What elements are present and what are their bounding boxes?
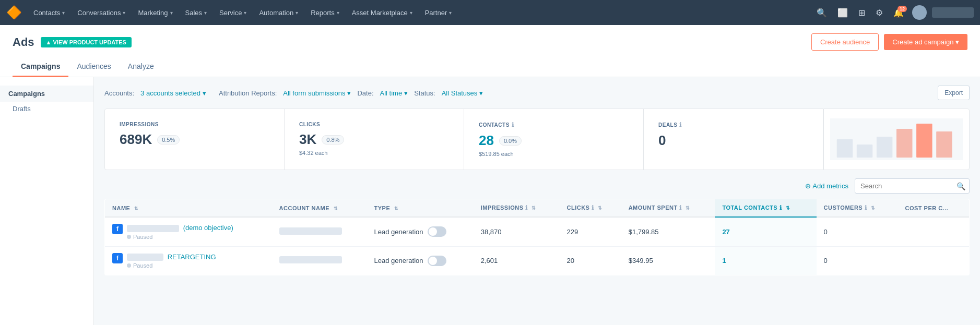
nav-item-asset-marketplace[interactable]: Asset Marketplace ▾ (346, 0, 419, 25)
date-dropdown[interactable]: All time ▾ (380, 89, 408, 97)
stats-row: IMPRESSIONS 689K 0.5% CLICKS 3K 0.8% (104, 109, 970, 170)
row2-toggle-knob (429, 257, 437, 265)
product-updates-button[interactable]: ▲ VIEW PRODUCT UPDATES (41, 37, 132, 47)
row1-impressions: 38,870 (474, 217, 560, 246)
nav-item-service[interactable]: Service ▾ (213, 0, 253, 25)
impressions-info-icon: ℹ (525, 204, 528, 211)
tabs: Campaigns Audiences Analyze (13, 57, 967, 77)
row2-account-blurred (279, 256, 342, 263)
row2-amount-spent: $349.95 (621, 246, 715, 275)
nav-item-marketing[interactable]: Marketing ▾ (132, 0, 179, 25)
nav-item-sales[interactable]: Sales ▾ (179, 0, 214, 25)
row1-fb-icon: f (112, 224, 123, 234)
row1-amount-spent: $1,799.85 (621, 217, 715, 246)
stat-contacts: CONTACTS ℹ 28 0.0% $519.85 each (464, 109, 644, 170)
settings-button[interactable]: ⚙ (871, 5, 887, 21)
content-area: Accounts: 3 accounts selected ▾ Attribut… (94, 77, 980, 325)
automation-chevron: ▾ (296, 10, 298, 16)
hubspot-logo[interactable]: 🔶 (6, 5, 22, 20)
notification-badge: 12 (898, 6, 907, 12)
tab-audiences[interactable]: Audiences (68, 57, 119, 77)
row2-cost-per-c (898, 246, 969, 275)
row1-contact-link[interactable]: 27 (722, 228, 729, 236)
attribution-chevron-icon: ▾ (347, 89, 351, 97)
total-contacts-info-icon: ℹ (780, 204, 782, 211)
notifications-button[interactable]: 🔔 12 (889, 5, 908, 21)
export-button[interactable]: Export (938, 86, 970, 100)
sort-impressions-icon: ⇅ (532, 206, 536, 211)
row2-status: Paused (127, 262, 216, 269)
sort-account-icon: ⇅ (334, 206, 338, 211)
user-name-blurred (932, 7, 974, 18)
row1-name-blurred (127, 225, 179, 232)
row2-account-cell (272, 246, 367, 275)
col-cost-per-c[interactable]: COST PER C... (898, 199, 969, 218)
row2-toggle[interactable] (428, 256, 446, 266)
contacts-chevron: ▾ (62, 10, 65, 16)
nav-item-reports[interactable]: Reports ▾ (304, 0, 346, 25)
stat-clicks-badge: 0.8% (322, 135, 344, 145)
search-button[interactable]: 🔍 (812, 5, 831, 21)
tab-analyze[interactable]: Analyze (120, 57, 162, 77)
search-input[interactable] (855, 178, 970, 194)
stat-impressions: IMPRESSIONS 689K 0.5% (105, 109, 285, 170)
status-label: Status: (414, 89, 435, 97)
sidebar: Campaigns Drafts (0, 77, 94, 325)
tab-campaigns[interactable]: Campaigns (13, 57, 68, 77)
stat-contacts-value-row: 28 0.0% (479, 133, 629, 149)
row1-campaign-name[interactable]: (demo objective) (183, 224, 233, 232)
status-dropdown[interactable]: All Statuses ▾ (442, 89, 483, 97)
col-account[interactable]: ACCOUNT NAME ⇅ (272, 199, 367, 218)
create-audience-button[interactable]: Create audience (811, 33, 879, 51)
partner-chevron: ▾ (449, 10, 452, 16)
col-type[interactable]: TYPE ⇅ (367, 199, 474, 218)
sort-type-icon: ⇅ (394, 206, 399, 211)
attribution-dropdown[interactable]: All form submissions ▾ (283, 89, 351, 97)
create-campaign-button[interactable]: Create ad campaign ▾ (884, 34, 967, 50)
stat-contacts-sub: $519.85 each (479, 151, 629, 157)
main-content: Campaigns Drafts Accounts: 3 accounts se… (0, 77, 980, 325)
row2-contact-link[interactable]: 1 (722, 257, 726, 264)
sidebar-item-drafts[interactable]: Drafts (0, 102, 93, 116)
row1-cost-per-c (898, 217, 969, 246)
row1-campaign-cell: f (demo objective) Paused (112, 224, 265, 240)
sidebar-item-campaigns[interactable]: Campaigns (0, 86, 93, 102)
row1-account-cell (272, 217, 367, 246)
stat-deals: DEALS ℹ 0 (644, 109, 823, 170)
accounts-dropdown[interactable]: 3 accounts selected ▾ (140, 89, 206, 97)
stat-impressions-label: IMPRESSIONS (120, 122, 269, 127)
stat-clicks: CLICKS 3K 0.8% $4.32 each (285, 109, 464, 170)
status-chevron-icon: ▾ (479, 89, 483, 97)
page-header: Ads ▲ VIEW PRODUCT UPDATES Create audien… (0, 25, 980, 77)
stat-deals-label: DEALS ℹ (658, 122, 808, 128)
nav-item-conversations[interactable]: Conversations ▾ (71, 0, 132, 25)
nav-item-automation[interactable]: Automation ▾ (253, 0, 304, 25)
row1-toggle[interactable] (428, 226, 446, 237)
stat-clicks-label: CLICKS (299, 122, 449, 127)
sales-chevron: ▾ (204, 10, 207, 16)
col-total-contacts[interactable]: TOTAL CONTACTS ℹ ⇅ (715, 199, 816, 218)
svg-rect-5 (916, 124, 932, 158)
attribution-label: Attribution Reports: (219, 89, 277, 97)
row1-type-cell: Lead generation (367, 217, 474, 246)
amount-spent-info-icon: ℹ (679, 204, 682, 211)
page-title-row: Ads ▲ VIEW PRODUCT UPDATES (13, 35, 132, 49)
row1-total-contacts: 27 (715, 217, 816, 246)
nav-item-partner[interactable]: Partner ▾ (419, 0, 458, 25)
stat-clicks-sub: $4.32 each (299, 150, 449, 156)
user-avatar[interactable] (912, 5, 927, 20)
boards-button[interactable]: ⬜ (833, 5, 852, 21)
nav-item-contacts[interactable]: Contacts ▾ (27, 0, 71, 25)
deals-info-icon: ℹ (679, 122, 682, 128)
marketplace-button[interactable]: ⊞ (854, 5, 869, 21)
col-clicks[interactable]: CLICKS ℹ ⇅ (560, 199, 621, 218)
svg-rect-1 (837, 139, 853, 158)
col-name[interactable]: NAME ⇅ (105, 199, 272, 218)
col-customers[interactable]: CUSTOMERS ℹ ⇅ (817, 199, 898, 218)
stat-deals-value-row: 0 (658, 133, 808, 149)
svg-rect-6 (936, 131, 952, 158)
add-metrics-button[interactable]: ⊕ Add metrics (805, 182, 848, 190)
col-impressions[interactable]: IMPRESSIONS ℹ ⇅ (474, 199, 560, 218)
row2-campaign-name[interactable]: RETARGETING (168, 253, 216, 261)
col-amount-spent[interactable]: AMOUNT SPENT ℹ ⇅ (621, 199, 715, 218)
